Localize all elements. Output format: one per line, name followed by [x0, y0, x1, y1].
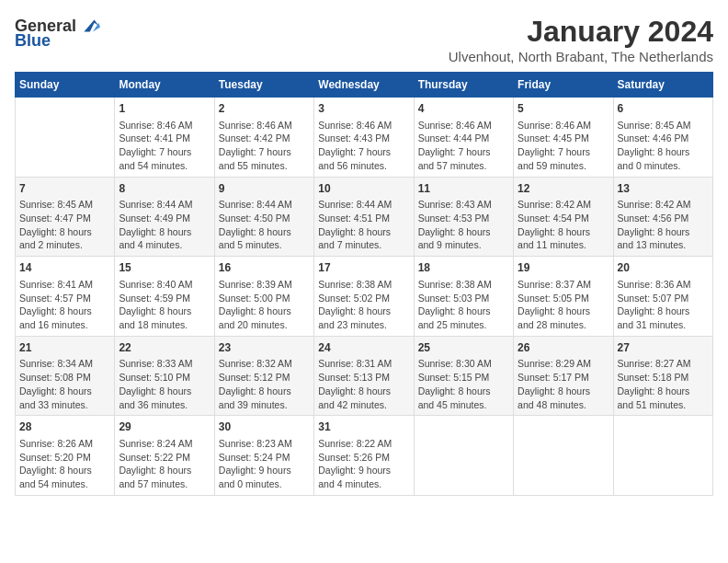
- day-number: 9: [219, 181, 310, 197]
- day-number: 8: [119, 181, 210, 197]
- header-day-sunday: Sunday: [16, 73, 115, 98]
- week-row-3: 14Sunrise: 8:41 AMSunset: 4:57 PMDayligh…: [16, 257, 713, 337]
- day-info: Sunset: 4:54 PM: [518, 212, 609, 225]
- day-info: Sunset: 5:20 PM: [19, 451, 110, 465]
- day-info: Sunset: 4:44 PM: [418, 132, 509, 145]
- calendar-cell: 8Sunrise: 8:44 AMSunset: 4:49 PMDaylight…: [115, 177, 214, 257]
- day-info: Sunset: 5:17 PM: [518, 371, 609, 385]
- calendar-cell: 17Sunrise: 8:38 AMSunset: 5:02 PMDayligh…: [314, 257, 414, 337]
- day-info: Sunrise: 8:46 AM: [418, 119, 509, 132]
- day-info: Sunrise: 8:29 AM: [518, 357, 609, 371]
- day-info: Daylight: 8 hours: [19, 385, 110, 398]
- day-info: Sunrise: 8:45 AM: [618, 119, 709, 132]
- day-number: 28: [19, 419, 110, 435]
- day-number: 24: [318, 340, 409, 356]
- day-number: 21: [19, 340, 110, 356]
- day-info: and 33 minutes.: [19, 398, 110, 412]
- logo-icon: [78, 15, 100, 37]
- calendar-cell: 19Sunrise: 8:37 AMSunset: 5:05 PMDayligh…: [514, 257, 613, 337]
- day-info: Daylight: 8 hours: [119, 225, 210, 239]
- day-info: Sunrise: 8:27 AM: [618, 357, 709, 371]
- header-day-tuesday: Tuesday: [214, 73, 313, 98]
- day-info: and 25 minutes.: [418, 318, 509, 332]
- week-row-2: 7Sunrise: 8:45 AMSunset: 4:47 PMDaylight…: [16, 177, 713, 257]
- day-info: and 59 minutes.: [518, 159, 609, 173]
- day-info: Daylight: 8 hours: [418, 304, 509, 318]
- calendar-cell: 1Sunrise: 8:46 AMSunset: 4:41 PMDaylight…: [115, 98, 214, 178]
- day-info: Daylight: 8 hours: [19, 464, 110, 477]
- day-info: Sunset: 4:56 PM: [618, 212, 709, 225]
- day-info: Daylight: 8 hours: [219, 304, 310, 318]
- day-number: 3: [318, 101, 409, 117]
- day-info: and 20 minutes.: [219, 318, 310, 332]
- week-row-1: 1Sunrise: 8:46 AMSunset: 4:41 PMDaylight…: [16, 98, 713, 178]
- day-info: Sunrise: 8:42 AM: [518, 198, 609, 212]
- calendar-cell: 7Sunrise: 8:45 AMSunset: 4:47 PMDaylight…: [16, 177, 115, 257]
- day-number: 12: [518, 181, 609, 197]
- day-info: Sunset: 5:12 PM: [219, 371, 310, 385]
- day-info: Daylight: 8 hours: [119, 304, 210, 318]
- day-number: 18: [418, 260, 509, 276]
- calendar-table: SundayMondayTuesdayWednesdayThursdayFrid…: [15, 72, 713, 496]
- calendar-cell: 18Sunrise: 8:38 AMSunset: 5:03 PMDayligh…: [414, 257, 513, 337]
- day-info: Sunrise: 8:23 AM: [219, 437, 310, 451]
- day-info: Sunset: 4:53 PM: [418, 212, 509, 225]
- day-info: Sunrise: 8:36 AM: [618, 278, 709, 292]
- calendar-cell: 31Sunrise: 8:22 AMSunset: 5:26 PMDayligh…: [314, 416, 414, 496]
- day-info: Daylight: 8 hours: [318, 385, 409, 398]
- day-info: Daylight: 8 hours: [618, 225, 709, 239]
- day-info: and 39 minutes.: [219, 398, 310, 412]
- day-info: and 36 minutes.: [119, 398, 210, 412]
- day-info: Sunset: 4:51 PM: [318, 212, 409, 225]
- calendar-cell: 22Sunrise: 8:33 AMSunset: 5:10 PMDayligh…: [115, 336, 214, 416]
- calendar-cell: 11Sunrise: 8:43 AMSunset: 4:53 PMDayligh…: [414, 177, 513, 257]
- day-info: Daylight: 8 hours: [119, 464, 210, 477]
- calendar-cell: 21Sunrise: 8:34 AMSunset: 5:08 PMDayligh…: [16, 336, 115, 416]
- day-info: Daylight: 8 hours: [618, 145, 709, 159]
- day-info: Sunrise: 8:39 AM: [219, 278, 310, 292]
- day-number: 20: [618, 260, 709, 276]
- day-info: Sunset: 5:03 PM: [418, 292, 509, 305]
- day-info: and 57 minutes.: [119, 477, 210, 491]
- day-info: Sunset: 5:08 PM: [19, 371, 110, 385]
- day-info: Daylight: 8 hours: [219, 385, 310, 398]
- day-info: Daylight: 8 hours: [219, 225, 310, 239]
- day-info: and 28 minutes.: [518, 318, 609, 332]
- day-info: and 9 minutes.: [418, 238, 509, 252]
- day-info: Sunset: 4:59 PM: [119, 292, 210, 305]
- day-info: Sunrise: 8:33 AM: [119, 357, 210, 371]
- day-number: 30: [219, 419, 310, 435]
- day-info: Sunset: 5:18 PM: [618, 371, 709, 385]
- day-info: Daylight: 8 hours: [318, 225, 409, 239]
- day-info: and 11 minutes.: [518, 238, 609, 252]
- day-number: 5: [518, 101, 609, 117]
- day-info: Sunset: 5:05 PM: [518, 292, 609, 305]
- day-info: Sunset: 4:42 PM: [219, 132, 310, 145]
- day-info: and 4 minutes.: [318, 477, 409, 491]
- day-info: and 16 minutes.: [19, 318, 110, 332]
- day-number: 1: [119, 101, 210, 117]
- day-info: Sunrise: 8:42 AM: [618, 198, 709, 212]
- day-info: Sunset: 5:15 PM: [418, 371, 509, 385]
- header-day-wednesday: Wednesday: [314, 73, 414, 98]
- day-info: Daylight: 7 hours: [318, 145, 409, 159]
- day-info: Sunrise: 8:45 AM: [19, 198, 110, 212]
- day-number: 29: [119, 419, 210, 435]
- subtitle: Ulvenhout, North Brabant, The Netherland…: [449, 49, 713, 64]
- day-info: Daylight: 8 hours: [618, 385, 709, 398]
- day-number: 13: [618, 181, 709, 197]
- day-info: Sunrise: 8:26 AM: [19, 437, 110, 451]
- day-number: 25: [418, 340, 509, 356]
- calendar-cell: 16Sunrise: 8:39 AMSunset: 5:00 PMDayligh…: [214, 257, 313, 337]
- day-info: Sunrise: 8:32 AM: [219, 357, 310, 371]
- calendar-cell: [613, 416, 712, 496]
- day-info: Sunrise: 8:24 AM: [119, 437, 210, 451]
- day-info: Daylight: 8 hours: [19, 304, 110, 318]
- day-info: Sunset: 5:00 PM: [219, 292, 310, 305]
- calendar-cell: 23Sunrise: 8:32 AMSunset: 5:12 PMDayligh…: [214, 336, 313, 416]
- title-area: January 2024 Ulvenhout, North Brabant, T…: [449, 15, 713, 64]
- calendar-cell: 12Sunrise: 8:42 AMSunset: 4:54 PMDayligh…: [514, 177, 613, 257]
- day-info: Sunrise: 8:44 AM: [119, 198, 210, 212]
- day-info: and 57 minutes.: [418, 159, 509, 173]
- header-day-saturday: Saturday: [613, 73, 712, 98]
